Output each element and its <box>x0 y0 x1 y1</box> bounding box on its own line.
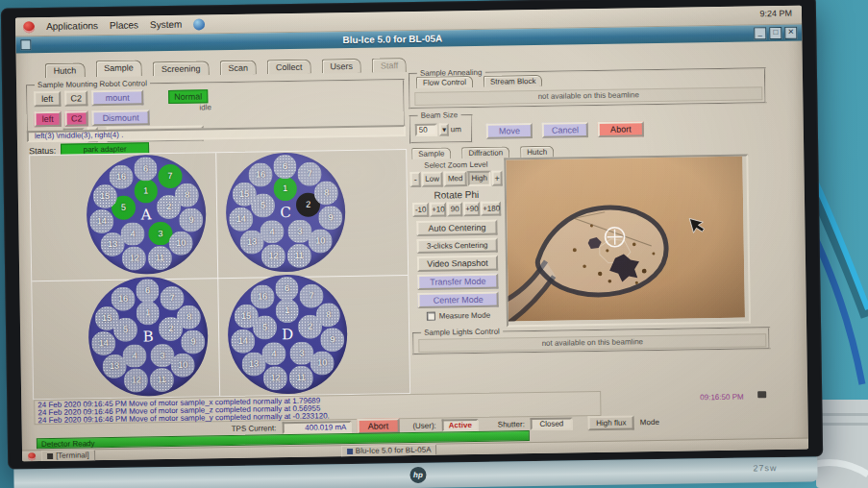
puck-B: B 12345678910111213141516 <box>87 276 209 397</box>
puck-port-B1[interactable]: 1 <box>136 301 160 325</box>
grid-line <box>215 153 220 396</box>
tab-view-diffraction[interactable]: Diffraction <box>461 146 509 159</box>
tab-staff[interactable]: Staff <box>372 58 408 73</box>
menu-system[interactable]: System <box>150 19 183 31</box>
beam-size-title: Beam Size <box>418 110 461 120</box>
window-app-icon <box>20 39 31 50</box>
puck-port-D16[interactable]: 16 <box>250 284 274 308</box>
measure-mode-option[interactable]: Measure Mode <box>412 310 505 321</box>
tab-sample[interactable]: Sample <box>95 60 142 77</box>
sample-video[interactable] <box>504 154 751 327</box>
zoom-high-button[interactable]: High <box>468 171 491 186</box>
taskbar-menu-icon[interactable] <box>28 452 36 460</box>
puck-port-A15[interactable]: 15 <box>92 184 116 208</box>
beam-size-value[interactable]: 50 <box>415 124 437 136</box>
puck-port-A12[interactable]: 12 <box>122 246 146 270</box>
dismount-button[interactable]: Dismount <box>91 110 149 126</box>
terminal-icon <box>47 452 53 458</box>
puck-port-C16[interactable]: 16 <box>248 162 272 186</box>
mount-port-button[interactable]: C2 <box>64 90 87 106</box>
robot-group-title: Sample Mounting Robot Control <box>35 79 150 89</box>
dismount-cassette-button[interactable]: left <box>34 111 61 127</box>
center-mode-button[interactable]: Center Mode <box>417 292 498 308</box>
puck-port-C12[interactable]: 12 <box>261 244 285 268</box>
tab-hutch[interactable]: Hutch <box>45 62 86 78</box>
measure-mode-checkbox[interactable] <box>427 312 435 321</box>
puck-port-B16[interactable]: 16 <box>111 286 135 310</box>
tab-collect[interactable]: Collect <box>267 60 311 75</box>
lights-group: Sample Lights Control not available on t… <box>412 327 770 355</box>
beam-move-button[interactable]: Move <box>486 123 533 139</box>
auto-centering-button[interactable]: Auto Centering <box>416 220 497 236</box>
phi-minus10-button[interactable]: -10 <box>412 203 429 217</box>
tab-scan[interactable]: Scan <box>219 61 257 76</box>
tab-flow-control[interactable]: Flow Control <box>416 76 473 88</box>
sample-video-image <box>506 157 745 322</box>
puck-port-D14[interactable]: 14 <box>231 329 255 354</box>
browser-launcher-icon[interactable] <box>193 18 205 30</box>
menu-applications[interactable]: Applications <box>46 20 98 32</box>
close-icon[interactable]: ✕ <box>784 27 797 39</box>
phi-90-button[interactable]: 90 <box>447 202 462 216</box>
puck-port-D7[interactable]: 7 <box>299 283 323 307</box>
rotate-phi-label: Rotate Phi <box>410 189 503 202</box>
transfer-mode-button[interactable]: Transfer Mode <box>417 274 498 290</box>
puck-port-C14[interactable]: 14 <box>229 207 253 232</box>
zoom-minus-button[interactable]: - <box>410 172 421 187</box>
puck-port-A1[interactable]: 1 <box>134 179 158 203</box>
shutter-value[interactable]: Closed <box>531 417 573 430</box>
tab-view-sample[interactable]: Sample <box>411 147 451 159</box>
tab-screening[interactable]: Screening <box>153 61 210 76</box>
puck-port-D11[interactable]: 11 <box>289 365 313 389</box>
puck-port-B12[interactable]: 12 <box>124 368 148 392</box>
mount-button[interactable]: mount <box>91 89 143 106</box>
dismount-port-button[interactable]: C2 <box>64 110 87 126</box>
taskbar-bluice[interactable]: Blu-Ice 5.0 for BL-05A <box>341 444 437 457</box>
redhat-menu-icon[interactable] <box>23 21 35 33</box>
beam-cancel-button[interactable]: Cancel <box>542 122 588 138</box>
puck-port-C15[interactable]: 15 <box>232 183 256 207</box>
beam-size-dropdown-icon[interactable]: ▼ <box>439 123 449 135</box>
zoom-plus-button[interactable]: + <box>492 171 503 186</box>
puck-port-A11[interactable]: 11 <box>148 246 172 270</box>
taskbar-terminal[interactable]: [Terminal] <box>41 450 95 462</box>
puck-D: D 12345678910111213141516 <box>227 274 348 395</box>
high-flux-button[interactable]: High flux <box>588 415 634 430</box>
three-clicks-centering-button[interactable]: 3-clicks Centering <box>417 238 498 254</box>
tab-view-hutch[interactable]: Hutch <box>520 146 554 159</box>
puck-port-A7[interactable]: 7 <box>158 164 182 188</box>
puck-port-D12[interactable]: 12 <box>263 366 287 390</box>
mount-cassette-button[interactable]: left <box>34 91 61 107</box>
puck-port-C7[interactable]: 7 <box>297 161 321 185</box>
video-snapshot-button[interactable]: Video Snapshot <box>417 256 498 272</box>
zoom-low-button[interactable]: Low <box>422 171 443 186</box>
puck-port-B15[interactable]: 15 <box>94 306 118 330</box>
puck-port-B7[interactable]: 7 <box>160 286 184 310</box>
measure-mode-label: Measure Mode <box>439 311 490 321</box>
monitor-model: 27sw <box>753 463 777 473</box>
phi-plus90-button[interactable]: +90 <box>463 202 480 216</box>
puck-port-B14[interactable]: 14 <box>91 331 115 355</box>
puck-port-C11[interactable]: 11 <box>287 243 311 267</box>
snapshot-icon[interactable] <box>757 391 766 398</box>
puck-port-D1[interactable]: 1 <box>275 299 299 323</box>
puck-port-C1[interactable]: 1 <box>273 177 297 201</box>
phi-plus180-button[interactable]: +180 <box>481 202 501 216</box>
robot-substatus: idle <box>199 103 211 111</box>
beam-size-unit: um <box>451 125 461 134</box>
tab-users[interactable]: Users <box>321 59 361 74</box>
puck-port-B11[interactable]: 11 <box>150 368 174 392</box>
beam-abort-button[interactable]: Abort <box>598 121 644 137</box>
tab-stream-block[interactable]: Stream Block <box>484 75 543 87</box>
menu-places[interactable]: Places <box>110 19 138 30</box>
puck-port-D15[interactable]: 15 <box>234 305 258 329</box>
maximize-icon[interactable]: □ <box>769 27 781 39</box>
zoom-med-button[interactable]: Med <box>444 171 467 186</box>
bluice-icon <box>347 448 353 453</box>
shutter-label: Shutter: <box>498 420 525 428</box>
desktop-clock: 9:24 PM <box>759 9 792 19</box>
phi-plus10-button[interactable]: +10 <box>430 202 446 216</box>
puck-port-A14[interactable]: 14 <box>89 209 113 233</box>
minimize-icon[interactable]: _ <box>754 27 766 39</box>
puck-port-A16[interactable]: 16 <box>109 164 133 188</box>
